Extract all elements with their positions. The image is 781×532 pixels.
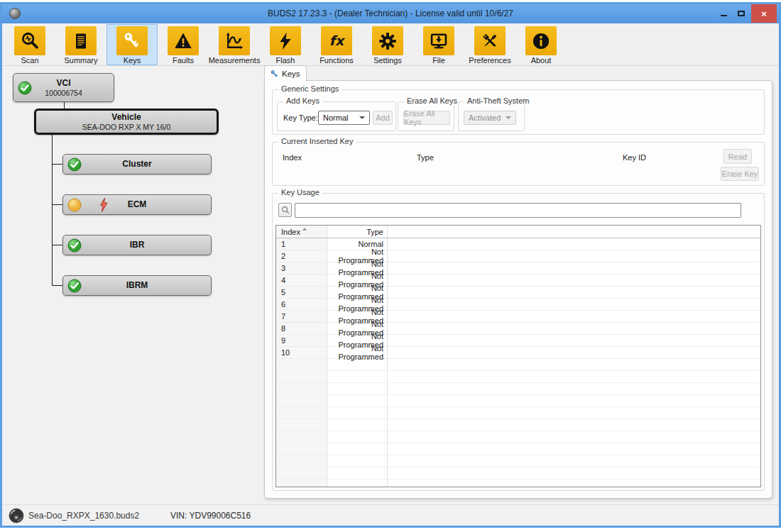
search-icon [281, 206, 290, 214]
svg-text:fx: fx [329, 33, 346, 48]
tree-node-ibrm[interactable]: IBRM [62, 275, 212, 296]
key-usage-group: Key Usage Index Type [272, 193, 765, 491]
status-ok-icon [67, 279, 82, 293]
about-icon [531, 31, 551, 51]
title-bar: BUDS2 17.23.3 - (Dealer Technician) - Li… [2, 4, 779, 23]
add-keys-group: Add Keys Key Type: Normal Add [277, 101, 396, 131]
current-key-group: Current Inserted Key Index Type Key ID R… [272, 142, 765, 186]
chevron-down-icon [506, 116, 511, 119]
toolbar-button-summary[interactable]: Summary [55, 24, 106, 65]
group-label: Generic Settings [278, 84, 342, 93]
key-tab-icon [270, 70, 279, 79]
add-button[interactable]: Add [373, 111, 393, 125]
tab-keys[interactable]: Keys [264, 65, 307, 82]
node-title: Cluster [122, 159, 151, 170]
table-header-index[interactable]: Index [276, 228, 327, 236]
erase-key-button[interactable]: Erase Key [721, 167, 759, 181]
status-vin: VIN: YDV99006C516 [170, 511, 251, 521]
node-title: Vehicle [111, 112, 141, 123]
table-header-row: Index Type [276, 226, 760, 238]
toolbar-button-settings[interactable]: Settings [362, 24, 413, 65]
toolbar-label: File [432, 56, 445, 65]
read-button[interactable]: Read [723, 149, 752, 164]
toolbar-label: Scan [21, 56, 38, 65]
status-ok-icon [67, 157, 82, 172]
key-type-label: Key Type: [283, 113, 318, 122]
node-subtitle: SEA-DOO RXP X MY 16/0 [82, 123, 171, 132]
tree-node-ibr[interactable]: IBR [62, 235, 212, 255]
tree-connector [52, 135, 53, 286]
close-icon: × [761, 9, 767, 18]
current-key-col-index: Index [283, 153, 302, 162]
toolbar-label: Keys [124, 56, 141, 65]
node-title: VCI [56, 78, 70, 89]
scan-icon [20, 31, 40, 51]
toolbar-button-about[interactable]: About [515, 24, 567, 65]
toolbar-label: Measurements [209, 56, 261, 65]
tree-connector [52, 204, 62, 205]
toolbar-label: Functions [320, 56, 354, 65]
window-title: BUDS2 17.23.3 - (Dealer Technician) - Li… [2, 9, 779, 18]
minimize-icon [721, 15, 727, 16]
flash-icon [275, 31, 295, 51]
toolbar-button-keys[interactable]: Keys [106, 24, 158, 65]
status-ok-icon [18, 81, 32, 95]
toolbar-button-scan[interactable]: Scan [4, 24, 55, 65]
toolbar-button-flash[interactable]: Flash [260, 24, 311, 65]
status-bar: Sea-Doo_RXPX_1630.buds2 VIN: YDV99006C51… [2, 504, 779, 526]
tree-connector [52, 245, 62, 245]
toolbar-button-functions[interactable]: fx Functions [311, 24, 362, 65]
keys-icon [122, 31, 142, 51]
current-key-col-keyid: Key ID [623, 153, 646, 162]
maximize-button[interactable] [733, 4, 749, 23]
toolbar-button-preferences[interactable]: Preferences [464, 24, 515, 65]
status-ok-icon [67, 238, 82, 253]
group-label: Erase All Keys [404, 96, 460, 105]
toolbar-label: Flash [276, 56, 295, 65]
toolbar-label: Summary [64, 56, 97, 65]
toolbar-button-file[interactable]: File [413, 24, 464, 65]
toolbar-button-faults[interactable]: Faults [158, 24, 209, 65]
tab-label: Keys [282, 70, 300, 78]
key-usage-table: Index Type 1 Normal 2 Not Programmed 3 N… [275, 225, 761, 487]
minimize-button[interactable] [716, 4, 731, 23]
group-label: Key Usage [278, 188, 322, 196]
tree-node-cluster[interactable]: Cluster [62, 154, 212, 174]
toolbar-label: Faults [173, 56, 194, 65]
toolbar: Scan Summary [2, 23, 779, 66]
table-empty-rows [276, 359, 760, 487]
table-header-type[interactable]: Type [327, 228, 387, 236]
toolbar-label: Settings [373, 56, 402, 65]
table-row[interactable]: 10 Not Programmed [276, 347, 760, 359]
tree-connector [52, 285, 62, 286]
brp-logo-icon [9, 508, 24, 523]
node-title: IBRM [126, 280, 148, 291]
toolbar-label: Preferences [469, 56, 510, 65]
current-key-col-type: Type [417, 153, 434, 162]
key-type-dropdown[interactable]: Normal [318, 111, 370, 125]
tree-node-vci[interactable]: VCI 100006754 [13, 73, 114, 102]
keys-panel: Generic Settings Add Keys Key Type: Norm… [264, 80, 772, 499]
erase-all-keys-button[interactable]: Erase All Keys [403, 111, 450, 125]
summary-icon [71, 31, 91, 51]
toolbar-button-measurements[interactable]: Measurements [209, 24, 260, 65]
node-title: IBR [130, 240, 145, 250]
search-button[interactable] [278, 203, 292, 217]
anti-theft-dropdown[interactable]: Activated [464, 111, 516, 125]
preferences-icon [480, 31, 500, 51]
group-label: Current Inserted Key [278, 137, 356, 145]
erase-all-keys-group: Erase All Keys Erase All Keys [398, 101, 454, 131]
anti-theft-value: Activated [469, 113, 501, 122]
status-filename: Sea-Doo_RXPX_1630.buds2 [28, 511, 139, 521]
generic-settings-group: Generic Settings Add Keys Key Type: Norm… [272, 89, 765, 135]
toolbar-label: About [531, 56, 552, 65]
fault-bolt-icon [99, 197, 109, 213]
sort-asc-icon [302, 228, 307, 231]
key-usage-search-input[interactable] [295, 203, 741, 218]
group-label: Anti-Theft System [464, 96, 532, 105]
file-icon [429, 31, 449, 51]
close-button[interactable]: × [751, 4, 777, 23]
tree-node-ecm[interactable]: ECM [62, 194, 212, 215]
tree-node-vehicle[interactable]: Vehicle SEA-DOO RXP X MY 16/0 [34, 109, 219, 135]
node-subtitle: 100006754 [45, 89, 82, 98]
